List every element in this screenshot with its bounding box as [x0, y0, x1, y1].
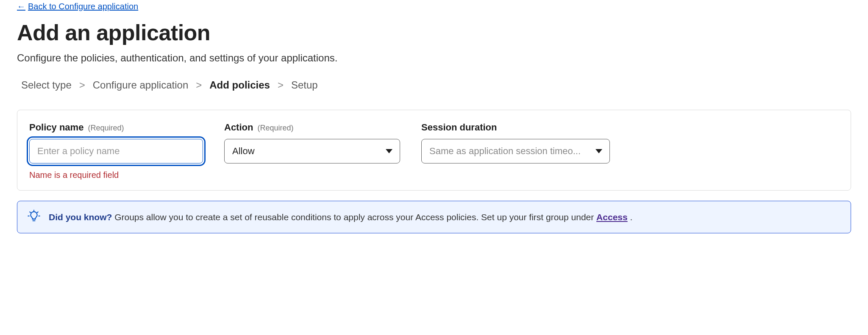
- action-required: (Required): [257, 124, 293, 133]
- action-select[interactable]: Allow: [224, 139, 400, 163]
- session-duration-select-value: Same as application session timeo...: [429, 146, 581, 157]
- back-link-label: Back to Configure application: [28, 2, 138, 11]
- chevron-right-icon: >: [278, 79, 284, 91]
- svg-line-5: [37, 212, 38, 213]
- action-group: Action (Required) Allow: [224, 122, 400, 180]
- policy-name-required: (Required): [88, 124, 124, 133]
- info-text: Did you know? Groups allow you to create…: [49, 212, 632, 222]
- info-tail: .: [628, 212, 633, 222]
- lightbulb-icon: [28, 210, 40, 224]
- action-label: Action: [224, 122, 253, 133]
- info-body: Groups allow you to create a set of reus…: [112, 212, 596, 222]
- info-strong: Did you know?: [49, 212, 112, 222]
- session-duration-group: Session duration Same as application ses…: [421, 122, 610, 180]
- policy-name-group: Policy name (Required) Name is a require…: [29, 122, 203, 180]
- arrow-left-icon: ←: [17, 2, 25, 11]
- policy-name-error: Name is a required field: [29, 170, 203, 180]
- info-access-link[interactable]: Access: [596, 212, 628, 222]
- breadcrumb-item-setup[interactable]: Setup: [291, 79, 318, 91]
- policy-name-label: Policy name: [29, 122, 83, 133]
- chevron-right-icon: >: [196, 79, 202, 91]
- session-duration-select[interactable]: Same as application session timeo...: [421, 139, 610, 163]
- breadcrumb-item-configure-application[interactable]: Configure application: [93, 79, 188, 91]
- back-link[interactable]: ← Back to Configure application: [17, 2, 138, 11]
- policy-name-input[interactable]: [29, 139, 203, 163]
- page-subtitle: Configure the policies, authentication, …: [17, 52, 851, 64]
- action-select-value: Allow: [232, 146, 255, 157]
- chevron-right-icon: >: [79, 79, 85, 91]
- policy-form-card: Policy name (Required) Name is a require…: [17, 110, 851, 191]
- breadcrumb: Select type > Configure application > Ad…: [21, 79, 851, 91]
- svg-line-4: [30, 212, 31, 213]
- breadcrumb-item-add-policies[interactable]: Add policies: [209, 79, 270, 91]
- page-title: Add an application: [17, 20, 851, 45]
- session-duration-label: Session duration: [421, 122, 497, 133]
- info-banner: Did you know? Groups allow you to create…: [17, 201, 851, 233]
- breadcrumb-item-select-type[interactable]: Select type: [21, 79, 72, 91]
